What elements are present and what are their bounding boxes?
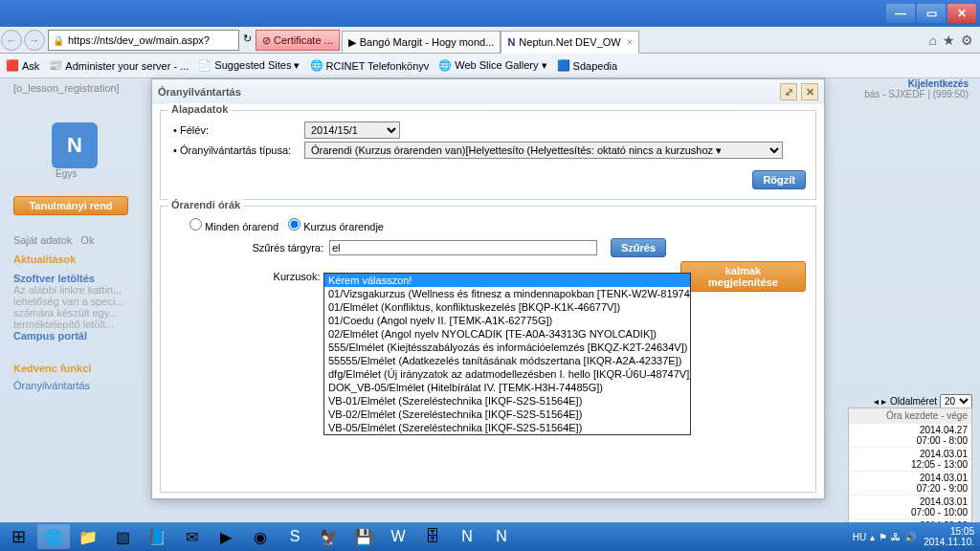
link-oranyilvantartas[interactable]: Óranyilvántartás	[13, 380, 157, 391]
legend-alapadatok: Alapadatok	[168, 103, 231, 115]
taskbar-app-neptun2[interactable]: N	[485, 524, 518, 549]
label-kurzusok: Kurzusok:	[228, 271, 321, 282]
taskbar-app-explorer[interactable]: 📁	[72, 524, 104, 549]
url-text: https://nts/dev_ow/main.aspx?	[68, 34, 210, 46]
schedule-header: Óra kezdete - vége	[849, 408, 971, 423]
dropdown-option[interactable]: 55555/Elmélet (Adatkezelés tanításának m…	[324, 354, 690, 367]
taskbar-app-save[interactable]: 💾	[347, 524, 380, 549]
modal-expand-button[interactable]: ⤢	[780, 83, 797, 100]
browser-tab-strip: ← → 🔒 https://nts/dev_ow/main.aspx? ↻ ⊘ …	[0, 27, 980, 54]
taskbar-app-eagle[interactable]: 🦅	[313, 524, 345, 549]
link-szoftver-letoltes[interactable]: Szoftver letöltés	[13, 273, 157, 284]
right-panel: Kijelentkezés bás - SJXEDF | (999:50)	[825, 78, 969, 99]
browser-tab-1[interactable]: ▶ Bangó Margit - Hogy mond...	[342, 31, 501, 54]
taskbar-app-vs[interactable]: ▧	[106, 524, 139, 549]
tray-volume-icon[interactable]: 🔊	[904, 532, 916, 542]
taskbar-app-ie[interactable]: 🌐	[37, 524, 70, 549]
alkalmak-button[interactable]: kalmak megjelenítése	[680, 261, 806, 292]
taskbar-app-media[interactable]: ▶	[210, 524, 242, 549]
taskbar-app-sql[interactable]: 🗄	[416, 524, 449, 549]
box-aktualitasok: Aktualitások	[13, 253, 157, 265]
schedule-row: 2014.03.0107:20 - 9:00	[849, 471, 971, 495]
lang-indicator[interactable]: HU	[853, 532, 866, 542]
neptun-logo: N	[52, 122, 98, 168]
schedule-row: 2014.04.2707:00 - 8:00	[849, 423, 971, 447]
dropdown-option[interactable]: VB-01/Elmélet (Szereléstechnika [IKQF-S2…	[324, 394, 690, 408]
certificate-error-button[interactable]: ⊘ Certificate ...	[256, 30, 340, 51]
taskbar-app-notepad[interactable]: 📘	[141, 524, 173, 549]
dropdown-option[interactable]: VB-05/Elmélet (Szereléstechnika [IKQF-S2…	[324, 421, 690, 434]
window-minimize-button[interactable]: —	[886, 4, 915, 23]
window-close-button[interactable]: ✕	[947, 4, 976, 23]
fav-link-sdapedia[interactable]: 🟦Sdapedia	[557, 59, 618, 72]
fav-link-admin[interactable]: 📰Administer your server - ...	[49, 59, 189, 72]
box-kedvenc: Kedvenc funkci	[13, 363, 157, 374]
dropdown-option[interactable]: dfg/Elmélet (Új irányzatok az adatmodell…	[324, 367, 690, 381]
fieldset-alapadatok: Alapadatok • Félév: 2014/15/1 • Óranyilv…	[160, 110, 816, 200]
select-felev[interactable]: 2014/15/1	[304, 121, 400, 139]
radio-kurzus-orarendje[interactable]: Kurzus órarendje	[288, 218, 384, 232]
taskbar-clock[interactable]: 15:05 2014.11.10.	[924, 526, 974, 547]
tray-up-icon[interactable]: ▴	[870, 532, 875, 542]
tab-tanulmanyi[interactable]: Tanulmányi rend	[13, 196, 128, 215]
page-size-select[interactable]: 20	[940, 394, 972, 408]
lock-icon: 🔒	[53, 35, 64, 46]
tray-flag-icon[interactable]: ⚑	[879, 532, 887, 542]
close-icon[interactable]: ×	[627, 36, 633, 48]
refresh-icon[interactable]: ↻	[243, 33, 252, 47]
input-szures-targyra[interactable]	[329, 240, 597, 255]
window-maximize-button[interactable]: ▭	[917, 4, 946, 23]
radio-minden-orarend[interactable]: Minden órarend	[189, 218, 278, 232]
fav-link-suggested[interactable]: 📄Suggested Sites ▾	[198, 59, 300, 72]
tray-network-icon[interactable]: 🖧	[891, 532, 901, 542]
browser-tab-2[interactable]: N Neptun.Net DEV_OW ×	[501, 31, 639, 54]
taskbar-app-neptun[interactable]: N	[451, 524, 483, 549]
breadcrumb: [o_lesson_registration]	[13, 82, 157, 94]
taskbar-app-word[interactable]: W	[382, 524, 414, 549]
favorites-icon[interactable]: ★	[943, 33, 955, 48]
dropdown-option[interactable]: VB-02/Elmélet (Szereléstechnika [IKQF-S2…	[324, 408, 690, 421]
start-button[interactable]: ⊞	[0, 522, 36, 551]
tab-sajat-adatok[interactable]: Saját adatok	[13, 234, 72, 246]
nav-back-button[interactable]: ←	[1, 30, 22, 51]
select-tipus[interactable]: Órarendi (Kurzus órarenden van)[Helyette…	[304, 142, 783, 159]
favorites-bar: 🟥Ask 📰Administer your server - ... 📄Sugg…	[0, 54, 980, 78]
modal-close-button[interactable]: ✕	[801, 83, 818, 100]
fav-link-ask[interactable]: 🟥Ask	[6, 59, 39, 72]
taskbar-app-outlook[interactable]: ✉	[175, 524, 208, 549]
dropdown-option[interactable]: Kérem válasszon!	[324, 274, 690, 287]
taskbar-app-skype[interactable]: S	[278, 524, 311, 549]
address-bar[interactable]: 🔒 https://nts/dev_ow/main.aspx?	[48, 30, 239, 51]
dropdown-option[interactable]: 01/Vizsgakurzus (Wellness és fitnesz a m…	[324, 287, 690, 300]
tools-gear-icon[interactable]: ⚙	[961, 33, 973, 48]
nav-forward-button[interactable]: →	[24, 30, 45, 51]
tab-icon: N	[507, 36, 515, 48]
link-campus-portal[interactable]: Campus portál	[13, 330, 157, 342]
dropdown-option[interactable]: 555/Elmélet (Kiejtésszabályozás és infor…	[324, 341, 690, 354]
taskbar-app-chrome[interactable]: ◉	[244, 524, 277, 549]
dropdown-option[interactable]: DOK_VB-05/Elmélet (Hitelbírálat IV. [TEM…	[324, 381, 690, 394]
dropdown-option[interactable]: 01/Coedu (Angol nyelv II. [TEMK-A1K-6277…	[324, 314, 690, 327]
dropdown-option[interactable]: 02/Elmélet (Angol nyelv NYOLCADIK [TE-A0…	[324, 327, 690, 341]
label-felev: Félév:	[180, 124, 304, 136]
szures-button[interactable]: Szűrés	[611, 238, 666, 257]
fav-link-webslice[interactable]: 🌐Web Slice Gallery ▾	[438, 59, 546, 72]
schedule-row: 2014.03.0112:05 - 13:00	[849, 447, 971, 471]
kurzusok-dropdown-list[interactable]: Kérem válasszon! 01/Vizsgakurzus (Wellne…	[323, 273, 691, 435]
home-icon[interactable]: ⌂	[929, 33, 937, 48]
label-szures-targyra: Szűrés tárgyra:	[228, 242, 323, 253]
schedule-box: Óra kezdete - vége 2014.04.2707:00 - 8:0…	[848, 408, 972, 533]
system-tray: HU ▴ ⚑ 🖧 🔊 15:05 2014.11.10.	[851, 526, 980, 547]
fav-link-rcinet[interactable]: 🌐RCINET Telefonkönyv	[310, 59, 430, 72]
cert-error-icon: ⊘	[262, 34, 271, 47]
tab-icon: ▶	[348, 36, 356, 49]
rogzit-button[interactable]: Rögzít	[752, 170, 806, 189]
left-panel: [o_lesson_registration] N Egys Tanulmány…	[13, 78, 157, 391]
taskbar: ⊞ 🌐 📁 ▧ 📘 ✉ ▶ ◉ S 🦅 💾 W 🗄 N N HU ▴ ⚑ 🖧 🔊…	[0, 522, 980, 551]
schedule-row: 2014.03.0107:00 - 10:00	[849, 495, 971, 518]
logout-link[interactable]: Kijelentkezés	[825, 78, 969, 89]
window-titlebar: — ▭ ✕	[0, 0, 980, 27]
label-tipus: Óranyilvántartás típusa:	[180, 144, 304, 156]
dropdown-option[interactable]: 01/Elmélet (Konfliktus, konfliktuskezelé…	[324, 300, 690, 314]
page-size-control: ◂ ▸ Oldalméret 20	[874, 394, 972, 408]
